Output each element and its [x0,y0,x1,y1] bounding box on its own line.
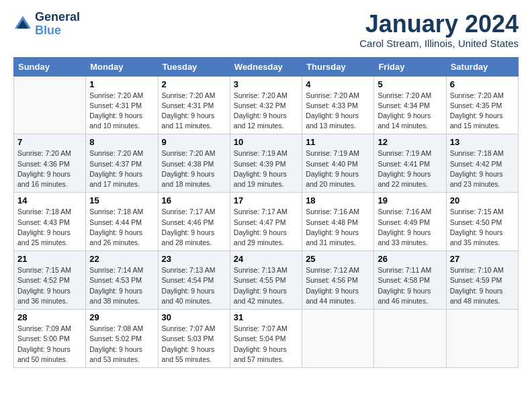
calendar-cell: 24Sunrise: 7:13 AM Sunset: 4:55 PM Dayli… [230,251,302,310]
day-number: 21 [17,254,82,264]
day-info: Sunrise: 7:20 AM Sunset: 4:37 PM Dayligh… [89,148,154,189]
calendar-cell: 15Sunrise: 7:18 AM Sunset: 4:44 PM Dayli… [86,193,158,251]
calendar-cell: 11Sunrise: 7:19 AM Sunset: 4:40 PM Dayli… [302,134,374,193]
day-number: 13 [450,137,515,147]
title-area: January 2024 Carol Stream, Illinois, Uni… [359,11,519,49]
calendar-cell: 12Sunrise: 7:19 AM Sunset: 4:41 PM Dayli… [374,134,446,193]
day-info: Sunrise: 7:19 AM Sunset: 4:39 PM Dayligh… [234,148,298,189]
logo-text: General Blue [35,11,80,38]
calendar-cell [302,310,374,368]
day-number: 10 [234,137,298,147]
day-number: 28 [17,312,82,322]
week-row-5: 28Sunrise: 7:09 AM Sunset: 5:00 PM Dayli… [14,310,519,368]
calendar-cell: 2Sunrise: 7:20 AM Sunset: 4:31 PM Daylig… [158,76,230,134]
day-info: Sunrise: 7:20 AM Sunset: 4:31 PM Dayligh… [162,91,226,132]
day-number: 23 [162,254,226,264]
header-cell-friday: Friday [374,57,446,76]
calendar-cell: 31Sunrise: 7:07 AM Sunset: 5:04 PM Dayli… [230,310,302,368]
day-number: 8 [89,137,154,147]
day-info: Sunrise: 7:07 AM Sunset: 5:04 PM Dayligh… [234,324,298,365]
calendar-cell: 16Sunrise: 7:17 AM Sunset: 4:46 PM Dayli… [158,193,230,251]
calendar-cell: 3Sunrise: 7:20 AM Sunset: 4:32 PM Daylig… [230,76,302,134]
calendar-cell: 28Sunrise: 7:09 AM Sunset: 5:00 PM Dayli… [14,310,86,368]
day-number: 3 [234,79,298,89]
calendar-cell: 22Sunrise: 7:14 AM Sunset: 4:53 PM Dayli… [86,251,158,310]
day-number: 4 [306,79,370,89]
day-number: 5 [378,79,442,89]
header-cell-monday: Monday [86,57,158,76]
calendar-cell: 7Sunrise: 7:20 AM Sunset: 4:36 PM Daylig… [14,134,86,193]
day-info: Sunrise: 7:16 AM Sunset: 4:48 PM Dayligh… [306,207,370,248]
calendar-cell: 14Sunrise: 7:18 AM Sunset: 4:43 PM Dayli… [14,193,86,251]
day-number: 18 [306,195,370,205]
day-number: 31 [234,312,298,322]
calendar-cell: 13Sunrise: 7:18 AM Sunset: 4:42 PM Dayli… [446,134,518,193]
calendar-cell [14,76,86,134]
header-cell-saturday: Saturday [446,57,518,76]
day-info: Sunrise: 7:18 AM Sunset: 4:43 PM Dayligh… [17,207,82,248]
week-row-4: 21Sunrise: 7:15 AM Sunset: 4:52 PM Dayli… [14,251,519,310]
day-info: Sunrise: 7:09 AM Sunset: 5:00 PM Dayligh… [17,324,82,365]
calendar-cell: 10Sunrise: 7:19 AM Sunset: 4:39 PM Dayli… [230,134,302,193]
day-info: Sunrise: 7:12 AM Sunset: 4:56 PM Dayligh… [306,265,370,306]
calendar-table: SundayMondayTuesdayWednesdayThursdayFrid… [13,57,519,368]
header-row: SundayMondayTuesdayWednesdayThursdayFrid… [14,57,519,76]
day-info: Sunrise: 7:10 AM Sunset: 4:59 PM Dayligh… [450,265,515,306]
day-number: 9 [162,137,226,147]
calendar-cell: 26Sunrise: 7:11 AM Sunset: 4:58 PM Dayli… [374,251,446,310]
calendar-cell: 18Sunrise: 7:16 AM Sunset: 4:48 PM Dayli… [302,193,374,251]
week-row-3: 14Sunrise: 7:18 AM Sunset: 4:43 PM Dayli… [14,193,519,251]
header-cell-sunday: Sunday [14,57,86,76]
day-number: 30 [162,312,226,322]
day-number: 25 [306,254,370,264]
day-info: Sunrise: 7:19 AM Sunset: 4:41 PM Dayligh… [378,148,442,189]
month-title: January 2024 [359,11,519,38]
day-info: Sunrise: 7:20 AM Sunset: 4:38 PM Dayligh… [162,148,226,189]
day-info: Sunrise: 7:08 AM Sunset: 5:02 PM Dayligh… [89,324,154,365]
day-number: 17 [234,195,298,205]
day-info: Sunrise: 7:15 AM Sunset: 4:52 PM Dayligh… [17,265,82,306]
calendar-cell: 6Sunrise: 7:20 AM Sunset: 4:35 PM Daylig… [446,76,518,134]
day-info: Sunrise: 7:18 AM Sunset: 4:44 PM Dayligh… [89,207,154,248]
day-info: Sunrise: 7:13 AM Sunset: 4:54 PM Dayligh… [162,265,226,306]
day-number: 2 [162,79,226,89]
header-cell-wednesday: Wednesday [230,57,302,76]
day-number: 6 [450,79,515,89]
day-info: Sunrise: 7:20 AM Sunset: 4:31 PM Dayligh… [89,91,154,132]
day-info: Sunrise: 7:20 AM Sunset: 4:36 PM Dayligh… [17,148,82,189]
calendar-cell: 21Sunrise: 7:15 AM Sunset: 4:52 PM Dayli… [14,251,86,310]
day-info: Sunrise: 7:20 AM Sunset: 4:32 PM Dayligh… [234,91,298,132]
day-number: 12 [378,137,442,147]
day-info: Sunrise: 7:20 AM Sunset: 4:33 PM Dayligh… [306,91,370,132]
calendar-cell: 27Sunrise: 7:10 AM Sunset: 4:59 PM Dayli… [446,251,518,310]
day-number: 24 [234,254,298,264]
header-cell-thursday: Thursday [302,57,374,76]
day-info: Sunrise: 7:11 AM Sunset: 4:58 PM Dayligh… [378,265,442,306]
calendar-cell [446,310,518,368]
logo: General Blue [13,11,80,38]
calendar-cell: 1Sunrise: 7:20 AM Sunset: 4:31 PM Daylig… [86,76,158,134]
calendar-cell: 19Sunrise: 7:16 AM Sunset: 4:49 PM Dayli… [374,193,446,251]
day-number: 16 [162,195,226,205]
day-number: 22 [89,254,154,264]
logo-icon [13,15,32,34]
calendar-cell [374,310,446,368]
location-title: Carol Stream, Illinois, United States [359,38,519,49]
calendar-cell: 4Sunrise: 7:20 AM Sunset: 4:33 PM Daylig… [302,76,374,134]
week-row-2: 7Sunrise: 7:20 AM Sunset: 4:36 PM Daylig… [14,134,519,193]
day-info: Sunrise: 7:14 AM Sunset: 4:53 PM Dayligh… [89,265,154,306]
header-cell-tuesday: Tuesday [158,57,230,76]
calendar-cell: 5Sunrise: 7:20 AM Sunset: 4:34 PM Daylig… [374,76,446,134]
day-number: 26 [378,254,442,264]
calendar-cell: 30Sunrise: 7:07 AM Sunset: 5:03 PM Dayli… [158,310,230,368]
day-info: Sunrise: 7:07 AM Sunset: 5:03 PM Dayligh… [162,324,226,365]
page-header: General Blue January 2024 Carol Stream, … [13,11,519,49]
day-number: 20 [450,195,515,205]
day-info: Sunrise: 7:19 AM Sunset: 4:40 PM Dayligh… [306,148,370,189]
week-row-1: 1Sunrise: 7:20 AM Sunset: 4:31 PM Daylig… [14,76,519,134]
day-number: 29 [89,312,154,322]
day-info: Sunrise: 7:16 AM Sunset: 4:49 PM Dayligh… [378,207,442,248]
day-info: Sunrise: 7:17 AM Sunset: 4:46 PM Dayligh… [162,207,226,248]
day-info: Sunrise: 7:13 AM Sunset: 4:55 PM Dayligh… [234,265,298,306]
day-number: 27 [450,254,515,264]
